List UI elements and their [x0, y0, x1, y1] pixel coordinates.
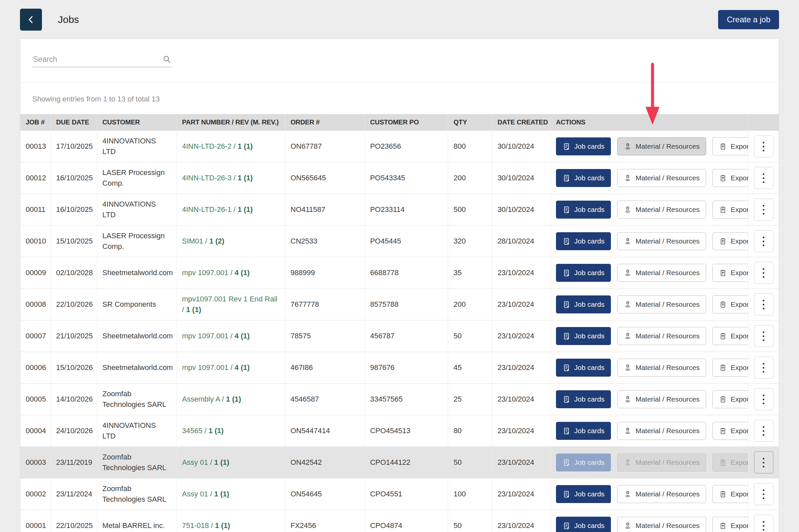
part-link[interactable]: 4INN-LTD-26-1 / 1 (1)	[182, 205, 253, 214]
row-menu-button[interactable]	[754, 230, 773, 252]
stamp-layers-icon	[624, 332, 632, 340]
due-date-cell: 17/10/2025	[51, 131, 97, 163]
column-header: ACTIONS	[550, 114, 748, 131]
job-cards-button[interactable]: Job cards	[556, 517, 611, 532]
part-link[interactable]: mpv 1097.001 / 4 (1)	[182, 332, 250, 340]
date-created-cell: 23/10/2024	[492, 510, 550, 532]
job-cards-button[interactable]: Job cards	[556, 422, 611, 440]
part-link[interactable]: mpv1097.001 Rev 1 End Rail / 1 (1)	[182, 295, 277, 314]
row-menu-button[interactable]	[754, 388, 773, 410]
date-created-cell: 23/10/2024	[492, 320, 550, 352]
search-input[interactable]	[32, 53, 172, 67]
material-resources-button[interactable]: Material / Resources	[617, 390, 706, 408]
row-menu-button[interactable]	[754, 357, 773, 379]
export-part-button[interactable]: Export part	[712, 327, 748, 345]
part-link[interactable]: mpv 1097.001 / 4 (1)	[182, 363, 250, 372]
customer-cell: Sheetmetalworld.com	[97, 352, 176, 384]
part-link[interactable]: SIM01 / 1 (2)	[182, 237, 224, 245]
job-cards-button[interactable]: Job cards	[556, 359, 611, 377]
due-date-cell: 16/10/2025	[51, 163, 97, 194]
material-resources-button[interactable]: Material / Resources	[617, 327, 706, 345]
material-resources-button[interactable]: Material / Resources	[617, 517, 706, 532]
material-resources-button[interactable]: Material / Resources	[617, 201, 706, 218]
export-part-button[interactable]: Export part	[712, 422, 748, 440]
stamp-layers-icon	[624, 269, 632, 277]
row-menu-button[interactable]	[754, 135, 773, 157]
part-number-cell: Assy 01 / 1 (1)	[176, 478, 285, 510]
export-part-button[interactable]: Export part	[712, 359, 748, 377]
create-job-button[interactable]: Create a job	[718, 10, 779, 29]
material-resources-button[interactable]: Material / Resources	[617, 232, 706, 250]
material-resources-button[interactable]: Material / Resources	[617, 137, 706, 155]
material-resources-button[interactable]: Material / Resources	[617, 169, 706, 187]
row-menu-cell	[748, 194, 779, 226]
row-menu-button[interactable]	[754, 167, 773, 189]
stamp-layers-icon	[624, 395, 632, 403]
material-resources-button[interactable]: Material / Resources	[617, 296, 706, 314]
row-menu-button[interactable]	[754, 198, 773, 221]
due-date-cell: 23/11/2024	[51, 478, 97, 510]
part-number-cell: mpv1097.001 Rev 1 End Rail / 1 (1)	[176, 289, 285, 320]
material-resources-button[interactable]: Material / Resources	[617, 359, 706, 377]
customer-cell: 4INNOVATIONS LTD	[97, 194, 176, 226]
back-button[interactable]	[20, 8, 42, 31]
jobs-table: JOB #DUE DATECUSTOMERPART NUMBER / REV (…	[20, 114, 779, 532]
export-part-button[interactable]: Export part	[712, 232, 748, 250]
row-menu-button[interactable]	[754, 515, 773, 532]
export-part-button[interactable]: Export part	[712, 201, 748, 218]
job-card-icon	[562, 522, 571, 530]
export-part-button[interactable]: Export part	[712, 454, 748, 472]
part-link[interactable]: Assy 01 / 1 (1)	[182, 458, 229, 467]
job-cards-button[interactable]: Job cards	[556, 201, 611, 218]
date-created-cell: 23/10/2024	[492, 415, 550, 447]
export-part-button[interactable]: Export part	[712, 485, 748, 503]
row-menu-button[interactable]	[754, 325, 773, 347]
part-link[interactable]: Assy 01 / 1 (1)	[182, 490, 229, 498]
magnifier-icon[interactable]	[162, 55, 171, 64]
table-row: 00012 16/10/2025 LASER Processign Comp. …	[20, 163, 779, 194]
column-header: CUSTOMER	[97, 114, 176, 131]
part-link[interactable]: 4INN-LTD-26-3 / 1 (1)	[182, 174, 253, 182]
customer-po-cell: CPO4551	[365, 478, 448, 510]
export-part-button[interactable]: Export part	[712, 296, 748, 314]
part-link[interactable]: mpv 1097.001 / 4 (1)	[182, 268, 250, 277]
part-link[interactable]: 34565 / 1 (1)	[182, 426, 224, 435]
material-resources-button[interactable]: Material / Resources	[617, 422, 706, 440]
stamp-layers-icon	[624, 458, 632, 467]
row-menu-cell	[748, 163, 779, 194]
row-menu-button[interactable]	[754, 420, 773, 442]
row-menu-button[interactable]	[754, 452, 773, 473]
part-link[interactable]: 751-018 / 1 (1)	[182, 521, 230, 530]
material-resources-button[interactable]: Material / Resources	[617, 485, 706, 503]
job-cards-button[interactable]: Job cards	[556, 454, 611, 472]
job-cards-button[interactable]: Job cards	[556, 296, 611, 314]
customer-po-cell: 987676	[365, 352, 448, 384]
row-menu-button[interactable]	[754, 262, 773, 284]
job-cards-button[interactable]: Job cards	[556, 169, 611, 187]
column-header: QTY	[448, 114, 492, 131]
export-part-button[interactable]: Export part	[712, 390, 748, 408]
part-number-cell: 4INN-LTD-26-1 / 1 (1)	[176, 194, 285, 226]
job-cards-button[interactable]: Job cards	[556, 485, 611, 503]
export-part-button[interactable]: Export part	[712, 137, 748, 155]
order-number-cell: ON565645	[285, 163, 365, 194]
row-menu-button[interactable]	[754, 293, 773, 316]
export-part-button[interactable]: Export part	[712, 264, 748, 282]
material-resources-button[interactable]: Material / Resources	[617, 264, 706, 282]
upload-box-icon	[719, 490, 727, 498]
stamp-layers-icon	[624, 174, 632, 182]
material-resources-button[interactable]: Material / Resources	[617, 454, 706, 472]
export-part-button[interactable]: Export part	[712, 517, 748, 532]
upload-box-icon	[719, 142, 727, 151]
part-link[interactable]: Assembly A / 1 (1)	[182, 395, 241, 403]
row-menu-button[interactable]	[754, 483, 773, 505]
job-cards-button[interactable]: Job cards	[556, 327, 611, 345]
job-cards-button[interactable]: Job cards	[556, 232, 611, 250]
date-created-cell: 30/10/2024	[492, 194, 550, 226]
due-date-cell: 22/10/2025	[51, 510, 97, 532]
job-cards-button[interactable]: Job cards	[556, 137, 611, 155]
job-cards-button[interactable]: Job cards	[556, 390, 611, 408]
export-part-button[interactable]: Export part	[712, 169, 748, 187]
part-link[interactable]: 4INN-LTD-26-2 / 1 (1)	[182, 142, 253, 150]
job-cards-button[interactable]: Job cards	[556, 264, 611, 282]
